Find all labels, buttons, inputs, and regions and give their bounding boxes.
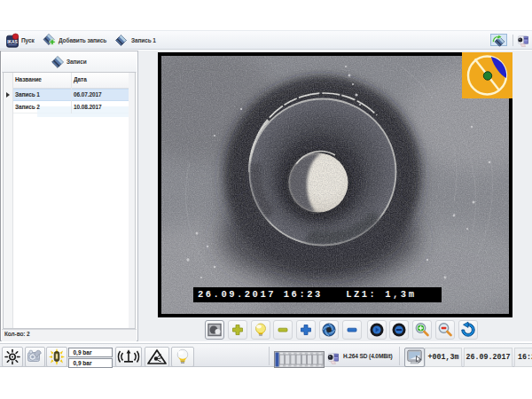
svg-text:IKAS: IKAS bbox=[7, 40, 18, 44]
